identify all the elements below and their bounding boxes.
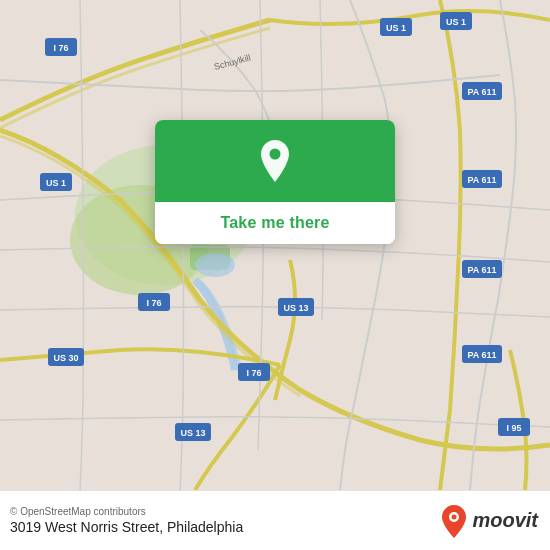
svg-text:I 76: I 76 <box>246 368 261 378</box>
svg-text:I 76: I 76 <box>146 298 161 308</box>
address-text: 3019 West Norris Street, Philadelphia <box>10 519 243 535</box>
location-pin-icon <box>255 138 295 184</box>
take-me-there-button[interactable]: Take me there <box>155 202 395 244</box>
popup-card: Take me there <box>155 120 395 244</box>
svg-point-34 <box>270 149 281 160</box>
bottom-bar: © OpenStreetMap contributors 3019 West N… <box>0 490 550 550</box>
svg-text:US 30: US 30 <box>53 353 78 363</box>
svg-text:US 1: US 1 <box>446 17 466 27</box>
moovit-pin-icon <box>440 504 468 538</box>
moovit-logo: moovit <box>440 504 538 538</box>
bottom-left: © OpenStreetMap contributors 3019 West N… <box>10 506 243 535</box>
svg-text:US 13: US 13 <box>283 303 308 313</box>
svg-text:I 76: I 76 <box>53 43 68 53</box>
svg-point-4 <box>195 253 235 277</box>
svg-text:PA 611: PA 611 <box>467 175 496 185</box>
moovit-text: moovit <box>472 509 538 532</box>
svg-text:I 95: I 95 <box>506 423 521 433</box>
svg-text:PA 611: PA 611 <box>467 265 496 275</box>
svg-point-36 <box>452 514 457 519</box>
svg-text:US 13: US 13 <box>180 428 205 438</box>
svg-text:PA 611: PA 611 <box>467 87 496 97</box>
svg-text:PA 611: PA 611 <box>467 350 496 360</box>
map-container: I 76 US 1 US 1 PA 611 PA 611 PA 611 PA 6… <box>0 0 550 490</box>
osm-credit: © OpenStreetMap contributors <box>10 506 243 517</box>
popup-green-area <box>155 120 395 202</box>
svg-text:US 1: US 1 <box>386 23 406 33</box>
svg-text:US 1: US 1 <box>46 178 66 188</box>
